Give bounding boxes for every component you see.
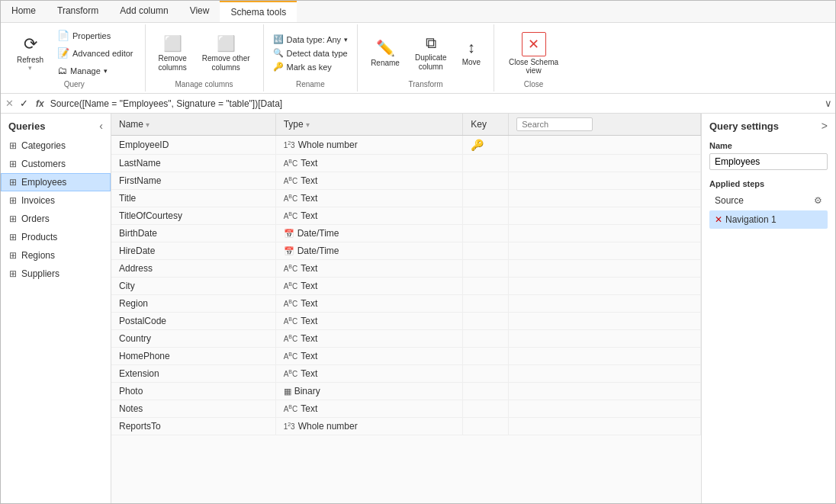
manage-button[interactable]: 🗂 Manage ▾ <box>52 63 139 79</box>
table-row[interactable]: PostalCodeABCText <box>111 313 701 330</box>
query-small-buttons: 📄 Properties 📝 Advanced editor 🗂 Manage … <box>52 27 139 79</box>
table-row[interactable]: HomePhoneABCText <box>111 348 701 365</box>
table-row[interactable]: ReportsTo123Whole number <box>111 418 701 435</box>
rename-icon: ✏️ <box>376 39 395 57</box>
query-item-regions[interactable]: ⊞ Regions <box>1 246 111 265</box>
cell-key <box>463 155 509 172</box>
formula-confirm-icon[interactable]: ✓ <box>18 96 30 111</box>
formula-expand-icon[interactable]: ∨ <box>825 98 832 109</box>
cell-name: Country <box>111 330 275 348</box>
cell-name: Photo <box>111 383 275 400</box>
query-table-icon: ⊞ <box>9 140 17 151</box>
table-row[interactable]: BirthDate📅Date/Time <box>111 225 701 242</box>
col-header-name[interactable]: Name ▾ <box>111 114 275 136</box>
cell-empty <box>509 207 701 225</box>
query-name-input[interactable] <box>709 153 828 170</box>
tab-home[interactable]: Home <box>1 1 47 22</box>
table-row[interactable]: CountryABCText <box>111 330 701 348</box>
formula-input[interactable] <box>50 98 822 109</box>
table-row[interactable]: CityABCText <box>111 278 701 295</box>
cell-type: ABCText <box>275 295 463 313</box>
table-row[interactable]: ExtensionABCText <box>111 365 701 383</box>
query-item-categories[interactable]: ⊞ Categories <box>1 136 111 155</box>
mark-as-key-button[interactable]: 🔑 Mark as key <box>270 60 352 73</box>
query-item-suppliers[interactable]: ⊞ Suppliers <box>1 265 111 283</box>
table-row[interactable]: FirstNameABCText <box>111 172 701 190</box>
tab-schema-tools[interactable]: Schema tools <box>220 1 297 22</box>
remove-columns-label: Remove columns <box>159 54 187 72</box>
applied-steps-list: Source ⚙ ✕ Navigation 1 <box>709 191 828 229</box>
detect-label: Detect data type <box>287 49 348 58</box>
refresh-label: Refresh <box>17 56 43 64</box>
step-source-gear-icon[interactable]: ⚙ <box>814 195 822 206</box>
data-grid[interactable]: Name ▾ Type ▾ Key <box>111 114 701 503</box>
queries-collapse-button[interactable]: ‹ <box>99 120 103 132</box>
table-row[interactable]: NotesABCText <box>111 400 701 418</box>
fx-label: fx <box>33 98 47 109</box>
settings-name-section: Name <box>702 136 835 175</box>
grid-search-input[interactable] <box>516 117 593 131</box>
remove-other-columns-button[interactable]: ⬜ Remove other columns <box>195 30 257 76</box>
cell-type: ABCText <box>275 172 463 190</box>
table-row[interactable]: RegionABCText <box>111 295 701 313</box>
properties-button[interactable]: 📄 Properties <box>52 27 139 43</box>
close-schema-label: Close Schema view <box>509 58 558 75</box>
table-row[interactable]: AddressABCText <box>111 260 701 278</box>
tab-view[interactable]: View <box>179 1 220 22</box>
step-navigation1[interactable]: ✕ Navigation 1 <box>709 210 828 229</box>
cell-key <box>463 330 509 348</box>
query-item-customers[interactable]: ⊞ Customers <box>1 155 111 173</box>
query-item-invoices[interactable]: ⊞ Invoices <box>1 191 111 210</box>
query-item-products[interactable]: ⊞ Products <box>1 228 111 246</box>
query-item-label: Customers <box>21 159 66 169</box>
type-icon: ABC <box>284 316 298 326</box>
table-row[interactable]: Photo▦Binary <box>111 383 701 400</box>
tab-transform[interactable]: Transform <box>47 1 109 22</box>
type-icon: ABC <box>284 334 298 343</box>
query-table-icon: ⊞ <box>9 195 17 206</box>
type-icon: ABC <box>284 281 298 291</box>
table-row[interactable]: TitleABCText <box>111 190 701 207</box>
remove-columns-button[interactable]: ⬜ Remove columns <box>152 30 194 76</box>
manage-label: Manage <box>70 66 101 75</box>
cell-type: ABCText <box>275 278 463 295</box>
table-row[interactable]: TitleOfCourtesyABCText <box>111 207 701 225</box>
rename-button[interactable]: ✏️ Rename <box>364 35 407 72</box>
cell-name: Address <box>111 260 275 278</box>
table-row[interactable]: LastNameABCText <box>111 155 701 172</box>
settings-expand-button[interactable]: > <box>822 120 828 132</box>
refresh-button[interactable]: ⟳ Refresh ▾ <box>10 30 50 75</box>
query-item-orders[interactable]: ⊞ Orders <box>1 210 111 228</box>
col-header-type[interactable]: Type ▾ <box>275 114 463 136</box>
grid-tbody: EmployeeID123Whole number🔑LastNameABCTex… <box>111 136 701 435</box>
properties-icon: 📄 <box>57 30 69 41</box>
advanced-editor-icon: 📝 <box>57 47 69 59</box>
move-button[interactable]: ↕ Move <box>455 35 487 71</box>
queries-header: Queries ‹ <box>1 114 111 136</box>
advanced-editor-button[interactable]: 📝 Advanced editor <box>52 45 139 61</box>
duplicate-column-button[interactable]: ⧉ Duplicate column <box>408 30 454 75</box>
step-delete-icon[interactable]: ✕ <box>715 214 722 225</box>
cell-name: BirthDate <box>111 225 275 242</box>
step-source[interactable]: Source ⚙ <box>709 191 828 210</box>
cell-empty <box>509 418 701 435</box>
tab-add-column[interactable]: Add column <box>109 1 178 22</box>
close-schema-view-button[interactable]: ✕ Close Schema view <box>500 28 567 79</box>
query-item-label: Suppliers <box>21 268 59 279</box>
query-item-employees[interactable]: ⊞ Employees <box>1 173 111 191</box>
table-row[interactable]: EmployeeID123Whole number🔑 <box>111 136 701 155</box>
data-type-button[interactable]: 🔣 Data type: Any ▾ <box>270 33 352 46</box>
type-icon: ABC <box>284 352 298 361</box>
table-row[interactable]: HireDate📅Date/Time <box>111 242 701 260</box>
type-icon: 📅 <box>284 229 294 239</box>
cell-key <box>463 278 509 295</box>
cell-empty <box>509 225 701 242</box>
cell-type: ABCText <box>275 207 463 225</box>
remove-other-columns-icon: ⬜ <box>217 34 236 53</box>
formula-cancel-icon[interactable]: ✕ <box>4 96 15 111</box>
cell-type: 📅Date/Time <box>275 225 463 242</box>
data-type-dropdown: ▾ <box>344 36 348 43</box>
detect-data-type-button[interactable]: 🔍 Detect data type <box>270 47 352 59</box>
col-header-key: Key <box>463 114 509 136</box>
step-nav-left: ✕ Navigation 1 <box>715 214 777 225</box>
